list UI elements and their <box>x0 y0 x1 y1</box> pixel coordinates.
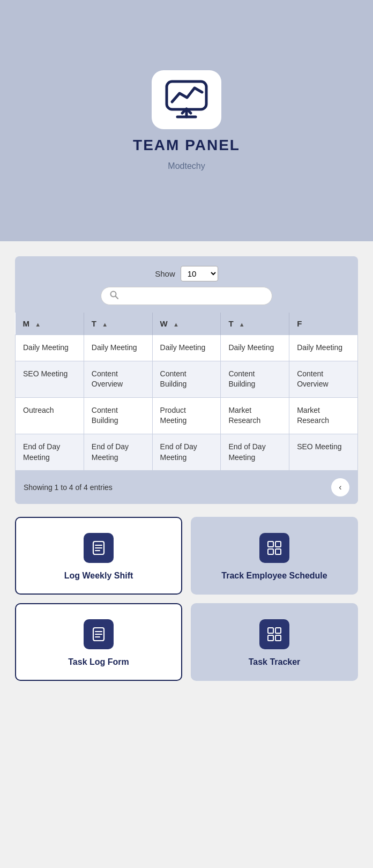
table-cell-2-4: Market Research <box>289 397 358 434</box>
action-btn-task-tracker[interactable]: Task Tracker <box>191 603 358 681</box>
col-header-W[interactable]: W ▲ <box>152 313 221 335</box>
sort-arrow-T2: ▲ <box>239 321 245 328</box>
table-cell-2-1: Content Building <box>84 397 152 434</box>
table-cell-2-0: Outreach <box>16 397 84 434</box>
svg-rect-12 <box>275 549 281 554</box>
search-container <box>101 287 272 305</box>
sort-arrow-T1: ▲ <box>102 321 108 328</box>
action-btn-task-log-form[interactable]: Task Log Form <box>15 603 182 681</box>
actions-grid: Log Weekly Shift Track Employee Schedule… <box>0 504 373 694</box>
table-row: Daily MeetingDaily MeetingDaily MeetingD… <box>16 335 358 361</box>
col-header-T2[interactable]: T ▲ <box>221 313 289 335</box>
show-label: Show <box>155 269 175 278</box>
show-row: Show 10 25 50 100 <box>155 266 218 281</box>
table-cell-1-4: Content Overview <box>289 361 358 397</box>
svg-rect-0 <box>167 81 206 109</box>
action-label-task-tracker: Task Tracker <box>249 657 301 668</box>
table-cell-2-2: Product Meeting <box>152 397 221 434</box>
svg-rect-18 <box>275 628 281 633</box>
action-icon-log-weekly-shift <box>84 533 114 563</box>
show-select[interactable]: 10 25 50 100 <box>181 266 218 281</box>
svg-rect-11 <box>268 549 273 554</box>
action-icon-track-employee-schedule <box>259 533 289 563</box>
data-table-section: Show 10 25 50 100 M ▲ <box>15 256 358 504</box>
action-label-log-weekly-shift: Log Weekly Shift <box>64 570 133 582</box>
table-cell-3-2: End of Day Meeting <box>152 434 221 470</box>
search-input[interactable] <box>123 292 263 301</box>
table-row: SEO MeetingContent OverviewContent Build… <box>16 361 358 397</box>
table-cell-3-4: SEO Meeting <box>289 434 358 470</box>
svg-rect-17 <box>268 628 273 633</box>
table-cell-3-1: End of Day Meeting <box>84 434 152 470</box>
search-icon <box>110 291 118 301</box>
app-logo-icon <box>162 78 211 121</box>
table-cell-2-3: Market Research <box>221 397 289 434</box>
logo-container <box>152 70 221 129</box>
table-cell-0-3: Daily Meeting <box>221 335 289 361</box>
action-btn-track-employee-schedule[interactable]: Track Employee Schedule <box>191 517 358 595</box>
col-header-M[interactable]: M ▲ <box>16 313 84 335</box>
table-cell-0-0: Daily Meeting <box>16 335 84 361</box>
table-header-row: M ▲ T ▲ W ▲ T ▲ F <box>16 313 358 335</box>
table-row: End of Day MeetingEnd of Day MeetingEnd … <box>16 434 358 470</box>
svg-rect-20 <box>275 635 281 641</box>
action-icon-task-log-form <box>84 619 114 649</box>
col-header-T1[interactable]: T ▲ <box>84 313 152 335</box>
app-subtitle: Modtechy <box>168 161 205 171</box>
sort-arrow-W: ▲ <box>173 321 179 328</box>
table-cell-1-0: SEO Meeting <box>16 361 84 397</box>
app-title: TEAM PANEL <box>133 137 240 154</box>
action-btn-log-weekly-shift[interactable]: Log Weekly Shift <box>15 517 182 595</box>
entries-info: Showing 1 to 4 of 4 entries <box>24 483 113 492</box>
svg-rect-10 <box>275 541 281 547</box>
app-header: TEAM PANEL Modtechy <box>0 0 373 241</box>
svg-line-4 <box>116 296 118 299</box>
prev-page-button[interactable]: ‹ <box>331 478 349 496</box>
table-row: OutreachContent BuildingProduct MeetingM… <box>16 397 358 434</box>
svg-rect-19 <box>268 635 273 641</box>
table-cell-1-1: Content Overview <box>84 361 152 397</box>
schedule-table: M ▲ T ▲ W ▲ T ▲ F Daily MeetingDaily Mee… <box>15 313 358 471</box>
table-cell-0-1: Daily Meeting <box>84 335 152 361</box>
action-label-task-log-form: Task Log Form <box>68 657 129 668</box>
table-footer: Showing 1 to 4 of 4 entries ‹ <box>15 471 358 504</box>
table-cell-0-4: Daily Meeting <box>289 335 358 361</box>
svg-rect-9 <box>268 541 273 547</box>
table-cell-3-3: End of Day Meeting <box>221 434 289 470</box>
table-controls: Show 10 25 50 100 <box>15 266 358 313</box>
table-cell-3-0: End of Day Meeting <box>16 434 84 470</box>
table-cell-1-2: Content Building <box>152 361 221 397</box>
sort-arrow-M: ▲ <box>35 321 41 328</box>
action-icon-task-tracker <box>259 619 289 649</box>
action-label-track-employee-schedule: Track Employee Schedule <box>221 570 327 582</box>
col-header-F[interactable]: F <box>289 313 358 335</box>
table-cell-0-2: Daily Meeting <box>152 335 221 361</box>
table-cell-1-3: Content Building <box>221 361 289 397</box>
